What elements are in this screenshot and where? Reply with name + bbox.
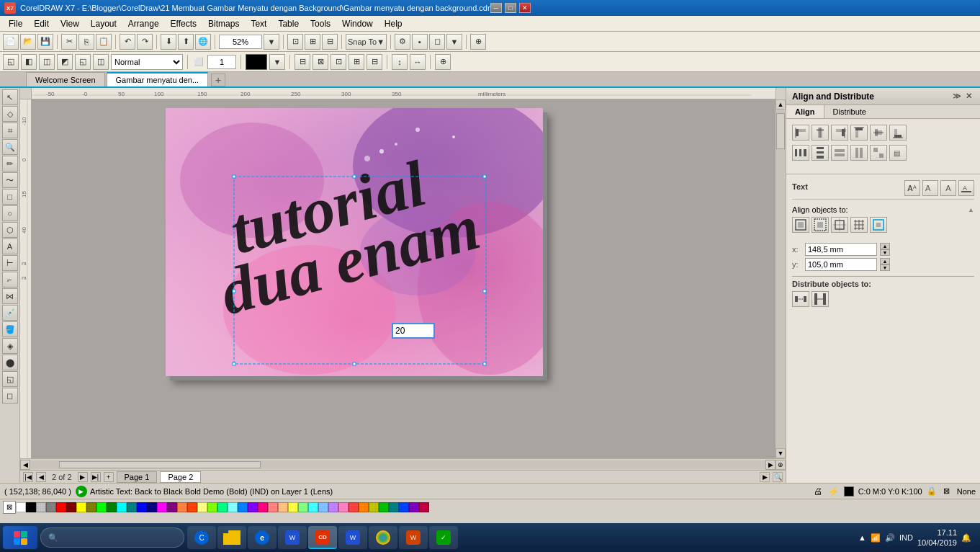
status-icon1[interactable]: 🖨 xyxy=(812,486,824,497)
align-to-page[interactable] xyxy=(792,217,809,233)
palette-fuchsia[interactable] xyxy=(157,502,167,512)
obj-prop4[interactable]: ⊞ xyxy=(349,54,364,70)
menu-edit[interactable]: Edit xyxy=(28,17,55,30)
obj-prop1[interactable]: ⊟ xyxy=(295,54,310,70)
align-same-size[interactable] xyxy=(870,145,887,161)
palette-lavender[interactable] xyxy=(328,502,338,512)
palette-silver[interactable] xyxy=(36,502,46,512)
menu-table[interactable]: Table xyxy=(272,17,305,30)
freehand-tool[interactable]: ✏ xyxy=(2,156,18,172)
opacity-input[interactable] xyxy=(207,55,236,69)
align-same-height[interactable] xyxy=(850,145,868,161)
more-btn[interactable]: ▼ xyxy=(446,34,462,50)
text-align-btn1[interactable]: AA xyxy=(904,180,920,196)
paste-button[interactable]: 📋 xyxy=(96,34,112,50)
palette-orange1[interactable] xyxy=(177,502,187,512)
align-to-grid[interactable] xyxy=(850,217,868,233)
palette-darkyellow[interactable] xyxy=(369,502,379,512)
obj-tb-btn5[interactable]: ◱ xyxy=(75,54,91,70)
obj-prop6[interactable]: ↕ xyxy=(392,54,408,70)
taskbar-app9[interactable]: ✓ xyxy=(429,526,458,549)
palette-white[interactable] xyxy=(16,502,26,512)
menu-window[interactable]: Window xyxy=(336,17,379,30)
palette-royalblue[interactable] xyxy=(399,502,409,512)
taskbar-file-explorer[interactable] xyxy=(217,526,246,549)
menu-view[interactable]: View xyxy=(55,17,85,30)
x-coord-input[interactable] xyxy=(805,243,877,256)
obj-tb-btn3[interactable]: ◫ xyxy=(39,54,55,70)
new-button[interactable]: 📄 xyxy=(3,34,19,50)
blend-tool[interactable]: ⋈ xyxy=(2,288,18,304)
text-align-btn4[interactable]: A xyxy=(958,180,974,196)
hscroll-expand[interactable]: ⊕ xyxy=(776,460,786,470)
taskbar-cortana[interactable]: C xyxy=(187,526,216,549)
y-spin-down[interactable]: ▼ xyxy=(880,264,890,271)
obj-prop3[interactable]: ⊡ xyxy=(331,54,346,70)
palette-orange3[interactable] xyxy=(359,502,369,512)
connector-tool[interactable]: ⌐ xyxy=(2,272,18,288)
status-outline-x[interactable]: ⊠ xyxy=(941,486,953,497)
obj-prop7[interactable]: ↔ xyxy=(410,54,426,70)
vscroll-down[interactable]: ▼ xyxy=(776,448,786,458)
smart-draw-tool[interactable]: 〜 xyxy=(2,172,18,188)
palette-darkred[interactable] xyxy=(66,502,76,512)
obj-prop8[interactable]: ⊕ xyxy=(435,54,451,70)
panel-expand[interactable]: ≫ xyxy=(950,92,963,101)
palette-lightyellow2[interactable] xyxy=(288,502,298,512)
snap-grid[interactable]: ⊞ xyxy=(305,34,320,50)
palette-purple[interactable] xyxy=(167,502,177,512)
page-next[interactable]: ▶ xyxy=(78,472,88,482)
palette-teal[interactable] xyxy=(127,502,137,512)
menu-text[interactable]: Text xyxy=(245,17,272,30)
fill-color-box[interactable] xyxy=(246,54,267,70)
tray-notification[interactable]: 🔔 xyxy=(961,533,971,543)
x-spin-up[interactable]: ▲ xyxy=(880,243,890,249)
hscroll-left[interactable]: ◀ xyxy=(20,460,30,470)
obj-prop5[interactable]: ⊟ xyxy=(367,54,382,70)
menu-help[interactable]: Help xyxy=(379,17,408,30)
smart-fill-tool[interactable]: ◈ xyxy=(2,338,18,354)
taskbar-word[interactable]: W xyxy=(338,526,367,549)
tray-volume[interactable]: 🔊 xyxy=(885,533,895,543)
palette-black[interactable] xyxy=(26,502,36,512)
palette-dodgerblue[interactable] xyxy=(238,502,248,512)
taskbar-coreldraw[interactable]: CD xyxy=(308,526,337,549)
palette-blue[interactable] xyxy=(137,502,147,512)
publish-button[interactable]: 🌐 xyxy=(195,34,211,50)
redo-button[interactable]: ↷ xyxy=(137,34,153,50)
taskbar-chrome[interactable] xyxy=(369,526,397,549)
palette-peach[interactable] xyxy=(278,502,288,512)
palette-lime[interactable] xyxy=(96,502,107,512)
taskbar-edge[interactable]: e xyxy=(248,526,277,549)
rectangle-tool[interactable]: □ xyxy=(2,189,18,205)
page-search[interactable]: 🔍 xyxy=(773,472,783,482)
x-spin-down[interactable]: ▼ xyxy=(880,249,890,256)
menu-layout[interactable]: Layout xyxy=(85,17,122,30)
palette-lightsalmon[interactable] xyxy=(268,502,278,512)
palette-lightaqua[interactable] xyxy=(308,502,318,512)
palette-crimson[interactable] xyxy=(419,502,429,512)
align-to-margin[interactable] xyxy=(812,217,829,233)
obj-tb-btn4[interactable]: ◩ xyxy=(57,54,73,70)
palette-salmon[interactable] xyxy=(349,502,359,512)
tray-expand[interactable]: ▲ xyxy=(858,533,866,542)
palette-chartreuse[interactable] xyxy=(207,502,217,512)
palette-olive[interactable] xyxy=(86,502,96,512)
palette-orange2[interactable] xyxy=(187,502,197,512)
fill-tool[interactable]: 🪣 xyxy=(2,321,18,337)
undo-button[interactable]: ↶ xyxy=(120,34,135,50)
palette-violet[interactable] xyxy=(248,502,258,512)
obj-tb-btn6[interactable]: ◫ xyxy=(93,54,109,70)
snap-to-btn[interactable]: Snap To ▼ xyxy=(346,34,387,50)
align-top-edge[interactable] xyxy=(850,125,868,141)
palette-gray[interactable] xyxy=(46,502,56,512)
palette-navy[interactable] xyxy=(147,502,157,512)
zoom-input[interactable] xyxy=(219,35,262,49)
dist-btn2[interactable] xyxy=(812,291,829,307)
palette-lightgreen[interactable] xyxy=(298,502,308,512)
page-nav-scroll-right[interactable]: ▶ xyxy=(760,472,770,482)
palette-lightcyan[interactable] xyxy=(228,502,238,512)
taskbar-app8[interactable]: W xyxy=(399,526,428,549)
options-button[interactable]: ⚙ xyxy=(395,34,410,50)
panel-tab-align[interactable]: Align xyxy=(786,105,824,118)
